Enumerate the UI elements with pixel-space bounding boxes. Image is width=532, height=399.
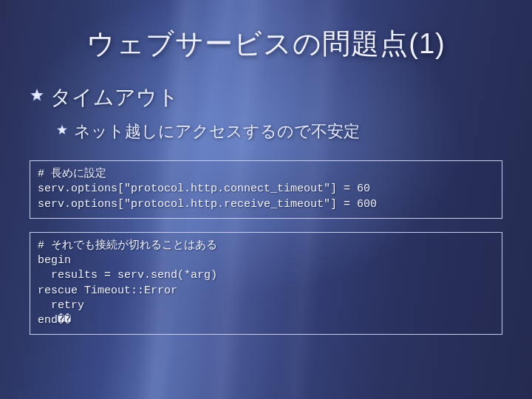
bullet-text: タイムアウト	[50, 83, 179, 112]
bullet-text: ネット越しにアクセスするので不安定	[74, 120, 360, 143]
bullet-level2: ネット越しにアクセスするので不安定	[56, 120, 505, 143]
code-block-1: # 長めに設定 serv.options["protocol.http.conn…	[30, 160, 502, 219]
bullet-level1: タイムアウト	[30, 83, 505, 112]
code-block-2: # それでも接続が切れることはある begin results = serv.s…	[30, 232, 502, 335]
star-icon	[30, 88, 44, 103]
slide: ウェブサービスの問題点(1) タイムアウト ネット越しにアクセスするので不安定 …	[0, 0, 532, 399]
slide-title: ウェブサービスの問題点(1)	[27, 25, 505, 63]
star-icon	[56, 124, 68, 136]
